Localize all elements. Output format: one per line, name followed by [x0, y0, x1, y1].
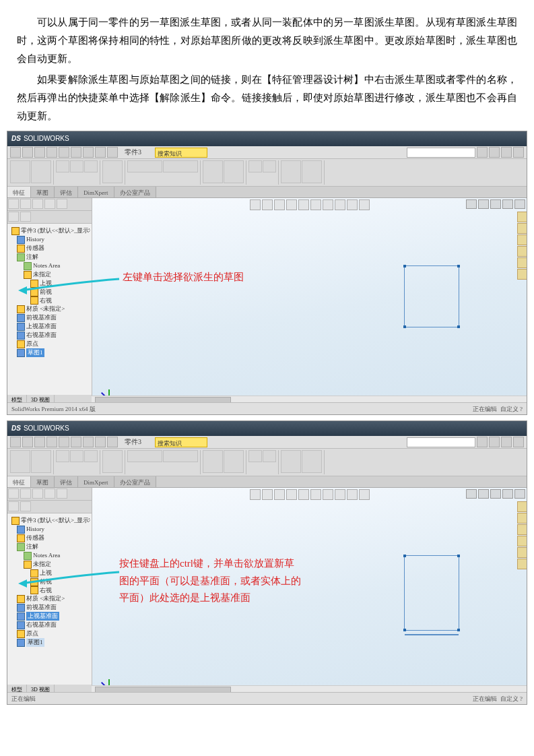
tree-notes[interactable]: Notes Area	[9, 551, 90, 560]
menu-icon[interactable]	[71, 147, 81, 158]
graphics-viewport[interactable]: 左键单击选择欲派生的草图	[92, 198, 527, 415]
menu-icon[interactable]	[501, 147, 512, 158]
tool-icon[interactable]	[281, 450, 301, 473]
tree-pl-right[interactable]: 右视基准面	[9, 331, 90, 340]
tree-annot[interactable]: 注解	[9, 542, 90, 551]
tool-icon[interactable]	[163, 450, 198, 462]
menu-icon[interactable]	[59, 147, 69, 158]
tab-dimxpert[interactable]: DimXpert	[78, 187, 114, 197]
tree-origin[interactable]: 原点	[9, 629, 90, 638]
feature-tree-panel[interactable]: 零件3 (默认<<默认>_显示状态 History 传感器 注解 Notes A…	[7, 198, 92, 415]
feature-tree-panel[interactable]: 零件3 (默认<<默认>_显示状态 History 传感器 注解 Notes A…	[7, 488, 92, 705]
sidebar-filter[interactable]	[7, 211, 92, 224]
menu-icon[interactable]	[10, 147, 21, 158]
menu-icon[interactable]	[34, 437, 45, 447]
window-icons[interactable]	[466, 489, 525, 499]
view-toolbar[interactable]	[250, 199, 370, 210]
tree-material[interactable]: 材质 <未指定>	[9, 594, 90, 603]
menu-icon[interactable]	[477, 147, 488, 158]
menu-icon[interactable]	[489, 437, 500, 447]
tree-notes[interactable]: Notes Area	[9, 261, 90, 270]
tool-icon[interactable]	[163, 160, 198, 172]
tree-planes[interactable]: 未指定	[9, 560, 90, 569]
tool-icon[interactable]	[102, 160, 123, 183]
tab-office[interactable]: 办公室产品	[114, 476, 156, 487]
tool-icon[interactable]	[10, 450, 30, 473]
menu-icon[interactable]	[95, 437, 106, 447]
tree-origin[interactable]: 原点	[9, 340, 90, 348]
menu-icon[interactable]	[46, 147, 57, 158]
tool-icon[interactable]	[84, 160, 98, 172]
tree-pl-front[interactable]: 前视基准面	[9, 313, 90, 322]
tree-history[interactable]: History	[9, 235, 90, 244]
tab-dimxpert[interactable]: DimXpert	[78, 476, 114, 487]
menu-icon[interactable]	[513, 147, 524, 158]
tab-evaluate[interactable]: 评估	[55, 187, 78, 197]
ribbon-toolbar[interactable]	[7, 449, 527, 476]
window-icons[interactable]	[466, 199, 525, 209]
tool-icon[interactable]	[70, 450, 84, 462]
tool-icon[interactable]	[127, 160, 162, 172]
tool-icon[interactable]	[102, 450, 123, 473]
search-knowledge[interactable]: 搜索知识	[155, 437, 207, 447]
doc-tab[interactable]: 零件3	[119, 436, 147, 448]
tool-icon[interactable]	[281, 160, 301, 183]
menu-icon[interactable]	[107, 437, 118, 447]
tree-pl-top[interactable]: 上视基准面	[9, 322, 90, 331]
tool-icon[interactable]	[31, 450, 51, 473]
ribbon-toolbar[interactable]	[7, 159, 527, 187]
tree-sketch-alsosel[interactable]: 草图1	[9, 638, 90, 647]
sidebar-tabs[interactable]	[7, 488, 92, 501]
menu-icon[interactable]	[477, 437, 488, 447]
menu-icon[interactable]	[46, 437, 57, 447]
tool-icon[interactable]	[302, 160, 322, 183]
tree-material[interactable]: 材质 <未指定>	[9, 305, 90, 313]
menu-icon[interactable]	[489, 147, 500, 158]
tool-icon[interactable]	[56, 450, 69, 462]
command-tab-bar[interactable]: 特征 草图 评估 DimXpert 办公室产品	[7, 187, 527, 198]
tool-icon[interactable]	[31, 160, 51, 183]
tab-evaluate[interactable]: 评估	[55, 476, 78, 487]
menu-icon[interactable]	[107, 147, 118, 158]
tree-pl-top-selected[interactable]: 上视基准面	[9, 612, 90, 621]
tree-root[interactable]: 零件3 (默认<<默认>_显示状态	[9, 516, 90, 525]
menu-icon[interactable]	[22, 437, 33, 447]
menu-icon[interactable]	[83, 147, 94, 158]
tool-icon[interactable]	[70, 160, 84, 172]
tree-sketch-selected[interactable]: 草图1	[9, 348, 90, 357]
menu-bar[interactable]: 零件3 搜索知识	[7, 146, 527, 159]
tool-icon[interactable]	[302, 450, 322, 473]
doc-tab[interactable]: 零件3	[119, 146, 147, 158]
tab-sketch[interactable]: 草图	[31, 187, 55, 197]
menu-icon[interactable]	[95, 147, 106, 158]
menu-icon[interactable]	[71, 437, 81, 447]
menu-icon[interactable]	[22, 147, 33, 158]
search-knowledge[interactable]: 搜索知识	[155, 148, 207, 158]
tab-sketch[interactable]: 草图	[31, 476, 55, 487]
view-toolbar[interactable]	[250, 489, 370, 500]
tree-sensor[interactable]: 传感器	[9, 244, 90, 253]
tab-features[interactable]: 特征	[7, 476, 31, 487]
tool-icon[interactable]	[10, 160, 30, 183]
menu-icon[interactable]	[59, 437, 69, 447]
tree-sensor[interactable]: 传感器	[9, 534, 90, 542]
task-pane[interactable]	[517, 501, 527, 569]
tool-icon[interactable]	[224, 450, 244, 473]
task-pane[interactable]	[517, 212, 527, 280]
tool-icon[interactable]	[263, 160, 276, 172]
tool-icon[interactable]	[248, 160, 262, 172]
tool-icon[interactable]	[224, 160, 244, 183]
menu-icon[interactable]	[34, 147, 45, 158]
tool-icon[interactable]	[84, 450, 98, 462]
tool-icon[interactable]	[263, 450, 276, 462]
search-box[interactable]	[407, 437, 475, 447]
tree-history[interactable]: History	[9, 525, 90, 534]
menu-bar[interactable]: 零件3 搜索知识	[7, 436, 527, 449]
tab-features[interactable]: 特征	[7, 187, 31, 197]
search-box[interactable]	[407, 148, 475, 158]
tab-office[interactable]: 办公室产品	[114, 187, 156, 197]
sidebar-filter[interactable]	[7, 501, 92, 513]
tree-pl-front[interactable]: 前视基准面	[9, 603, 90, 612]
menu-icon[interactable]	[513, 437, 524, 447]
tree-root[interactable]: 零件3 (默认<<默认>_显示状态	[9, 226, 90, 235]
